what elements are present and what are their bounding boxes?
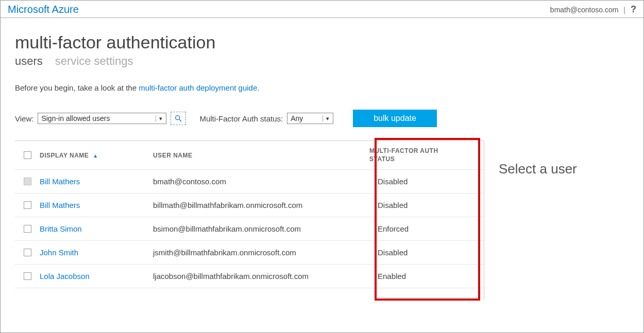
mfa-status-cell: Enabled: [369, 272, 472, 281]
user-name-cell: billmath@billmathfabrikam.onmicrosoft.co…: [153, 201, 369, 209]
user-name-cell: ljacobson@billmathfabrikam.onmicrosoft.c…: [153, 272, 369, 281]
brand-logo: Microsoft Azure: [8, 4, 79, 15]
bulk-update-button[interactable]: bulk update: [353, 110, 437, 127]
filter-row: View: Sign-in allowed users ▾ Multi-Fact…: [15, 110, 629, 127]
column-header-user-name[interactable]: USER NAME: [153, 152, 369, 159]
user-name-cell: bsimon@billmathfabrikam.onmicrosoft.com: [153, 224, 369, 233]
tab-bar: users service settings: [15, 55, 629, 68]
select-all-checkbox[interactable]: [24, 151, 31, 159]
divider: |: [623, 6, 625, 14]
row-checkbox[interactable]: [24, 272, 31, 280]
tab-service-settings[interactable]: service settings: [55, 55, 133, 68]
row-checkbox[interactable]: [24, 201, 31, 209]
top-bar: Microsoft Azure bmath@contoso.com | ?: [1, 1, 643, 18]
chevron-down-icon: ▾: [156, 115, 164, 122]
mfa-status-select-value: Any: [291, 114, 303, 122]
table-row[interactable]: Bill Mathersbmath@contoso.comDisabled: [15, 170, 484, 194]
mfa-status-cell: Enforced: [369, 224, 472, 233]
table-row[interactable]: Bill Mathersbillmath@billmathfabrikam.on…: [15, 194, 484, 217]
page-title: multi-factor authentication: [15, 32, 629, 52]
mfa-status-select[interactable]: Any ▾: [287, 113, 333, 124]
user-name-cell: bmath@contoso.com: [153, 177, 369, 186]
column-header-display-name[interactable]: DISPLAY NAME ▲: [40, 152, 153, 159]
chevron-down-icon: ▾: [323, 115, 331, 122]
user-display-name-link[interactable]: Bill Mathers: [40, 177, 80, 186]
sort-ascending-icon: ▲: [93, 153, 98, 159]
row-checkbox[interactable]: [24, 225, 31, 233]
help-icon[interactable]: ?: [631, 4, 636, 15]
mfa-status-label: Multi-Factor Auth status:: [199, 114, 283, 123]
table-row[interactable]: Lola Jacobsonljacobson@billmathfabrikam.…: [15, 265, 484, 288]
column-header-mfa-status[interactable]: MULTI-FACTOR AUTH STATUS: [369, 147, 472, 163]
search-icon: [174, 114, 182, 122]
detail-panel: Select a user: [484, 141, 629, 300]
signed-in-user: bmath@contoso.com: [550, 6, 619, 14]
mfa-status-cell: Disabled: [369, 201, 472, 209]
view-label: View:: [15, 114, 33, 123]
row-checkbox[interactable]: [24, 249, 31, 256]
svg-point-0: [176, 116, 180, 120]
row-checkbox[interactable]: [24, 178, 31, 185]
tab-users[interactable]: users: [15, 55, 43, 68]
detail-panel-title: Select a user: [499, 161, 629, 177]
mfa-status-cell: Disabled: [369, 248, 472, 257]
search-button[interactable]: [171, 112, 186, 125]
user-display-name-link[interactable]: Bill Mathers: [40, 201, 80, 209]
user-display-name-link[interactable]: Lola Jacobson: [40, 272, 90, 281]
user-name-cell: jsmith@billmathfabrikam.onmicrosoft.com: [153, 248, 369, 257]
view-select-value: Sign-in allowed users: [41, 114, 110, 122]
view-select[interactable]: Sign-in allowed users ▾: [38, 113, 166, 124]
user-display-name-link[interactable]: John Smith: [40, 248, 78, 257]
user-display-name-link[interactable]: Britta Simon: [40, 224, 82, 233]
table-row[interactable]: John Smithjsmith@billmathfabrikam.onmicr…: [15, 241, 484, 265]
intro-prefix: Before you begin, take a look at the: [15, 83, 139, 92]
column-header-label: USER NAME: [153, 152, 193, 159]
column-header-label: MULTI-FACTOR AUTH STATUS: [369, 147, 457, 163]
mfa-status-cell: Disabled: [369, 177, 472, 186]
table-header-row: DISPLAY NAME ▲ USER NAME MULTI-FACTOR AU…: [15, 141, 484, 170]
deployment-guide-link[interactable]: multi-factor auth deployment guide.: [139, 83, 259, 92]
table-row[interactable]: Britta Simonbsimon@billmathfabrikam.onmi…: [15, 217, 484, 241]
intro-text: Before you begin, take a look at the mul…: [15, 83, 629, 92]
users-table: DISPLAY NAME ▲ USER NAME MULTI-FACTOR AU…: [15, 141, 484, 288]
column-header-label: DISPLAY NAME: [40, 152, 89, 159]
svg-line-1: [179, 119, 181, 121]
